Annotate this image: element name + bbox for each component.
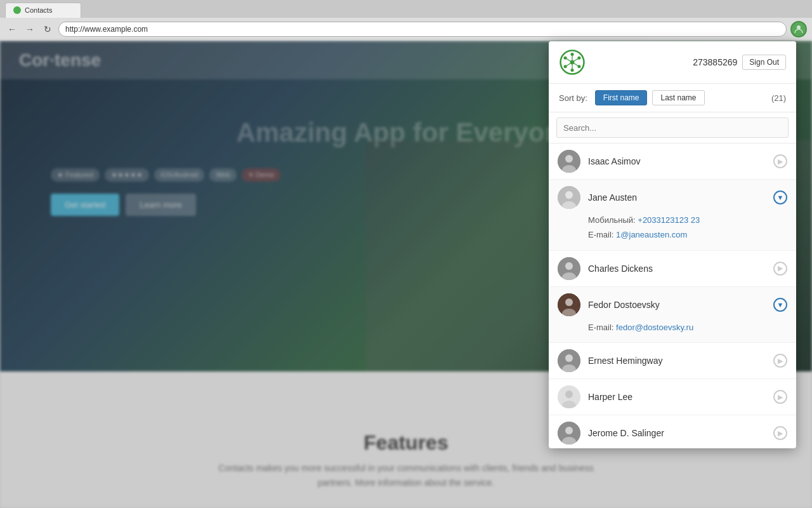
contact-item[interactable]: Ernest Hemingway▶ — [549, 343, 796, 379]
svg-line-14 — [565, 58, 572, 62]
contact-details: Мобильный: +2033123123 23E-mail: 1@janea… — [558, 209, 787, 244]
browser-user-avatar — [790, 21, 807, 37]
contact-name: Jerome D. Salinger — [588, 428, 773, 438]
contact-avatar — [558, 293, 580, 316]
svg-line-13 — [565, 62, 572, 67]
contacts-count: (21) — [771, 93, 786, 103]
contact-item[interactable]: Jane Austen▼Мобильный: +2033123123 23E-m… — [549, 180, 796, 251]
contact-item[interactable]: Harper Lee▶ — [549, 379, 796, 415]
tab-favicon — [13, 6, 21, 14]
popup-header: 273885269 Sign Out — [549, 41, 796, 84]
chevron-right-icon[interactable]: ▶ — [773, 354, 787, 368]
email-label: E-mail: — [588, 230, 613, 239]
search-input[interactable] — [556, 117, 789, 138]
contact-name: Harper Lee — [588, 392, 773, 402]
svg-point-16 — [565, 155, 573, 163]
contact-item[interactable]: Charles Dickens▶ — [549, 251, 796, 287]
popup-header-right: 273885269 Sign Out — [693, 55, 786, 70]
search-bar — [549, 112, 796, 144]
popup-logo — [559, 49, 586, 76]
chevron-down-icon[interactable]: ▼ — [773, 298, 787, 312]
mobile-label: Мобильный: — [588, 215, 636, 225]
contact-name: Isaac Asimov — [588, 156, 773, 166]
chevron-right-icon[interactable]: ▶ — [773, 154, 787, 168]
chevron-right-icon[interactable]: ▶ — [773, 262, 787, 276]
contact-list: Isaac Asimov▶ Jane Austen▼Мобильный: +20… — [549, 144, 796, 448]
sort-first-name-button[interactable]: First name — [595, 90, 648, 105]
contact-item[interactable]: Isaac Asimov▶ — [549, 144, 796, 180]
browser-tabs: Contacts — [0, 0, 812, 18]
sign-out-button[interactable]: Sign Out — [742, 55, 786, 70]
svg-point-31 — [565, 391, 573, 398]
contact-avatar — [558, 186, 580, 209]
chevron-right-icon[interactable]: ▶ — [773, 390, 787, 404]
sort-label: Sort by: — [559, 93, 587, 103]
svg-point-19 — [565, 191, 573, 199]
active-tab[interactable]: Contacts — [5, 3, 81, 18]
chevron-right-icon[interactable]: ▶ — [773, 426, 787, 440]
chevron-down-icon[interactable]: ▼ — [773, 190, 787, 204]
svg-point-25 — [565, 298, 573, 306]
svg-point-22 — [565, 262, 573, 270]
contact-details: E-mail: fedor@dostoevsky.ru — [558, 316, 787, 336]
contact-name: Fedor Dostoevsky — [588, 300, 773, 310]
browser-toolbar: ← → ↻ — [0, 18, 812, 41]
back-button[interactable]: ← — [5, 22, 19, 36]
contact-avatar — [558, 422, 580, 444]
forward-button[interactable]: → — [23, 22, 37, 36]
contact-name: Ernest Hemingway — [588, 356, 773, 366]
contact-item[interactable]: Jerome D. Salinger▶ — [549, 415, 796, 448]
user-id: 273885269 — [693, 57, 737, 67]
svg-line-10 — [572, 58, 579, 62]
contact-name: Jane Austen — [588, 192, 773, 203]
contact-avatar — [558, 150, 580, 173]
tab-label: Contacts — [25, 6, 52, 14]
svg-point-28 — [565, 354, 573, 362]
svg-point-0 — [797, 25, 801, 29]
sort-bar: Sort by: First name Last name (21) — [549, 84, 796, 112]
email-link[interactable]: 1@janeausten.com — [616, 230, 687, 239]
app-logo-icon — [559, 49, 586, 76]
contacts-popup: 273885269 Sign Out Sort by: First name L… — [549, 41, 796, 448]
contact-name: Charles Dickens — [588, 264, 773, 274]
contact-item[interactable]: Fedor Dostoevsky▼E-mail: fedor@dostoevsk… — [549, 287, 796, 343]
sort-last-name-button[interactable]: Last name — [652, 90, 704, 105]
email-label: E-mail: — [588, 323, 613, 332]
svg-point-34 — [565, 427, 573, 434]
browser-chrome: Contacts ← → ↻ — [0, 0, 812, 41]
refresh-button[interactable]: ↻ — [41, 22, 55, 36]
contact-avatar — [558, 385, 580, 408]
contact-avatar — [558, 257, 580, 280]
email-link[interactable]: fedor@dostoevsky.ru — [616, 323, 693, 332]
mobile-link[interactable]: +2033123123 23 — [638, 215, 700, 225]
contact-avatar — [558, 349, 580, 372]
address-bar[interactable] — [58, 22, 787, 37]
svg-line-11 — [572, 62, 579, 67]
